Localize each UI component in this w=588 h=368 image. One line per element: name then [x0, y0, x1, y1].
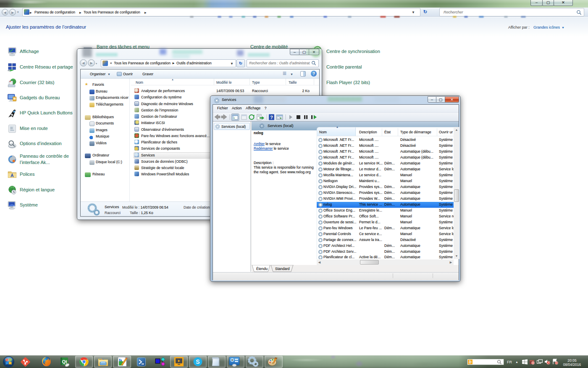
svg-text:?: ?: [270, 115, 273, 120]
svg-text:Étendu: Étendu: [256, 267, 268, 271]
svg-text:Qt: Qt: [62, 359, 67, 364]
svg-text:Standard: Standard: [275, 267, 290, 271]
svg-text:S: S: [196, 358, 200, 365]
